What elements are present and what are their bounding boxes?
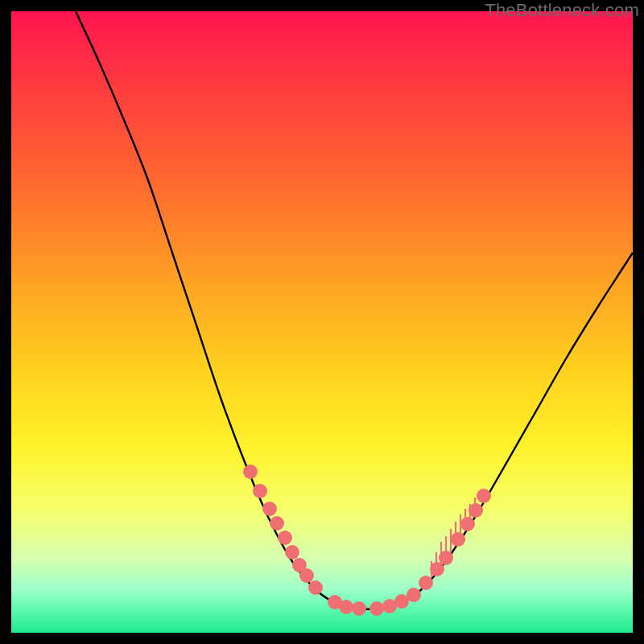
watermark-text: TheBottleneck.com xyxy=(485,0,639,21)
highlight-dot xyxy=(339,600,353,614)
highlight-dot xyxy=(243,464,258,479)
highlight-dot xyxy=(253,484,267,498)
highlight-dot xyxy=(460,517,475,531)
highlight-dots xyxy=(243,464,491,616)
highlight-dot xyxy=(278,530,292,545)
highlight-dot xyxy=(407,588,421,602)
highlight-dot xyxy=(285,545,299,559)
highlight-dot xyxy=(299,568,314,583)
highlight-dot xyxy=(477,489,491,503)
highlight-dot xyxy=(419,576,433,590)
highlight-dot xyxy=(308,580,323,595)
chart-gradient-frame xyxy=(11,11,633,633)
bottleneck-curve xyxy=(76,11,633,609)
highlight-dot xyxy=(439,551,453,565)
highlight-dot xyxy=(352,601,366,616)
highlight-dot xyxy=(262,502,277,516)
highlight-dot xyxy=(369,601,384,616)
bottleneck-chart xyxy=(11,11,633,633)
highlight-dot xyxy=(270,516,284,530)
highlight-dot xyxy=(430,562,444,576)
highlight-dot xyxy=(451,532,465,547)
highlight-dot xyxy=(469,503,483,518)
